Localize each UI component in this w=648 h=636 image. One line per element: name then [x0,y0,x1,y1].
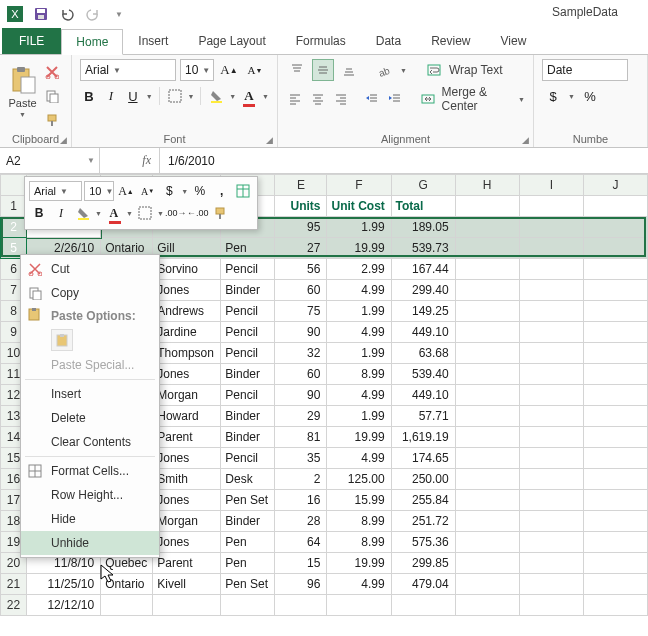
mini-decrease-font-icon[interactable]: A▼ [138,181,158,201]
cell[interactable]: 539.73 [391,238,455,259]
cell[interactable] [455,532,519,553]
cell[interactable]: 8.99 [327,364,391,385]
mini-inc-decimal-icon[interactable]: .00→ [166,203,186,223]
mini-dec-decimal-icon[interactable]: ←.00 [188,203,208,223]
cell[interactable] [583,364,647,385]
cell[interactable] [519,532,583,553]
cell[interactable]: Jones [153,448,221,469]
cell[interactable]: Andrews [153,301,221,322]
cell[interactable]: 90 [275,385,327,406]
cell[interactable]: 63.68 [391,343,455,364]
ctx-hide[interactable]: Hide [21,507,159,531]
cell[interactable]: Pen [221,532,275,553]
cell[interactable]: Howard [153,406,221,427]
format-painter-icon[interactable] [41,109,63,131]
percent-icon[interactable]: % [579,85,601,107]
bold-button[interactable]: B [80,85,98,107]
ctx-delete[interactable]: Delete [21,406,159,430]
cell[interactable] [455,385,519,406]
tab-file[interactable]: FILE [2,28,61,54]
cell[interactable]: Jones [153,490,221,511]
cell[interactable] [519,343,583,364]
cell[interactable]: Jones [153,364,221,385]
cell[interactable]: 255.84 [391,490,455,511]
col-header-G[interactable]: G [391,175,455,196]
cell[interactable] [455,196,519,217]
cell[interactable] [455,469,519,490]
cell[interactable] [455,511,519,532]
merge-center-label[interactable]: Merge & Center [442,85,513,113]
cell[interactable]: Gill [153,238,221,259]
cell[interactable]: Jones [153,532,221,553]
cell[interactable] [519,322,583,343]
cell[interactable]: 15.99 [327,490,391,511]
undo-icon[interactable] [56,3,78,25]
cell[interactable]: Total [391,196,455,217]
cell[interactable] [221,595,275,616]
cell[interactable] [519,280,583,301]
cell[interactable] [455,595,519,616]
merge-center-icon[interactable] [419,88,438,110]
cell[interactable] [455,574,519,595]
row-header[interactable]: 21 [1,574,27,595]
align-right-icon[interactable] [331,88,350,110]
cell[interactable] [519,595,583,616]
cell[interactable] [519,427,583,448]
cell[interactable]: 539.40 [391,364,455,385]
align-top-icon[interactable] [286,59,308,81]
mini-font-name[interactable]: Arial▼ [29,181,82,201]
fx-icon[interactable]: fx [142,153,151,168]
tab-view[interactable]: View [486,28,542,54]
cut-icon[interactable] [41,61,63,83]
ctx-copy[interactable]: Copy [21,281,159,305]
font-name-select[interactable]: Arial▼ [80,59,176,81]
mini-percent-icon[interactable]: % [190,181,210,201]
dialog-launcher-icon[interactable]: ◢ [266,135,273,145]
cell[interactable]: Pencil [221,448,275,469]
font-color-icon[interactable]: A [240,85,258,107]
cell[interactable]: Pencil [221,343,275,364]
cell[interactable]: Units [275,196,327,217]
align-center-icon[interactable] [309,88,328,110]
mini-comma-icon[interactable]: , [212,181,232,201]
cell[interactable] [519,469,583,490]
cell[interactable]: 174.65 [391,448,455,469]
redo-icon[interactable] [82,3,104,25]
cell[interactable]: Binder [221,406,275,427]
cell[interactable]: 95 [275,217,327,238]
cell[interactable] [583,595,647,616]
cell[interactable]: Unit Cost [327,196,391,217]
font-size-select[interactable]: 10▼ [180,59,214,81]
ctx-clear-contents[interactable]: Clear Contents [21,430,159,454]
mini-borders-icon[interactable] [135,203,155,223]
cell[interactable]: Sorvino [153,259,221,280]
cell[interactable] [583,427,647,448]
paste-option-default[interactable] [51,329,73,351]
cell[interactable] [583,553,647,574]
cell[interactable]: 251.72 [391,511,455,532]
mini-italic-button[interactable]: I [51,203,71,223]
cell[interactable] [455,364,519,385]
cell[interactable]: Parent [153,427,221,448]
cell[interactable] [519,259,583,280]
ctx-format-cells[interactable]: Format Cells... [21,459,159,483]
mini-currency-icon[interactable]: $ [159,181,179,201]
cell[interactable]: 167.44 [391,259,455,280]
cell[interactable] [519,364,583,385]
ctx-row-height[interactable]: Row Height... [21,483,159,507]
paste-button[interactable]: Paste ▼ [8,59,37,123]
cell[interactable] [583,448,647,469]
cell[interactable]: Pen [221,553,275,574]
ctx-insert[interactable]: Insert [21,382,159,406]
cell[interactable]: Pencil [221,301,275,322]
wrap-text-label[interactable]: Wrap Text [449,63,503,77]
cell[interactable]: 16 [275,490,327,511]
cell[interactable]: 1.99 [327,343,391,364]
mini-format-painter-icon[interactable] [210,203,230,223]
cell[interactable] [583,490,647,511]
tab-insert[interactable]: Insert [123,28,183,54]
cell[interactable]: 575.36 [391,532,455,553]
cell[interactable] [519,553,583,574]
cell[interactable]: Smith [153,469,221,490]
cell[interactable] [583,301,647,322]
